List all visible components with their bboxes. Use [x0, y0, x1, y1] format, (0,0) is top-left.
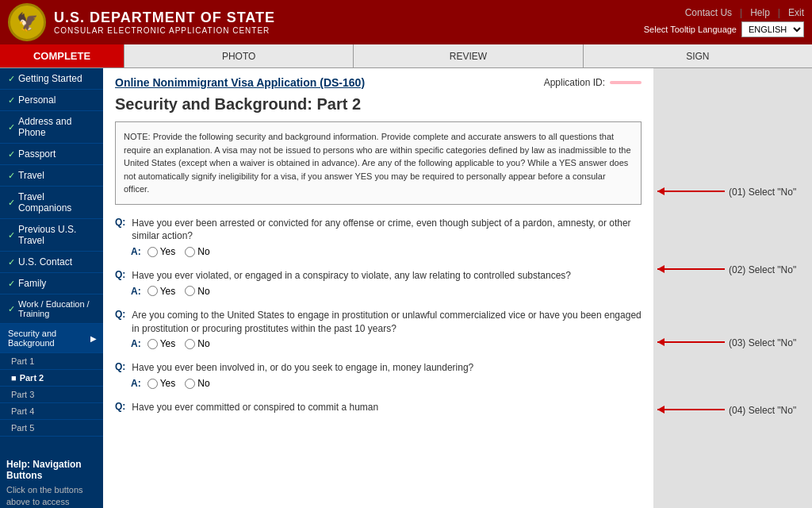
sidebar-item-passport[interactable]: ✓ Passport — [0, 144, 103, 165]
sidebar-sub-part5[interactable]: Part 5 — [0, 420, 103, 437]
help-section: Help: Navigation Buttons Click on the bu… — [0, 452, 103, 508]
q05-label: Q: — [115, 401, 125, 412]
q01-label: Q: — [115, 217, 125, 228]
sidebar-label: Travel — [18, 170, 44, 181]
sidebar-item-security[interactable]: Security and Background ▶ — [0, 324, 103, 353]
header: 🦅 U.S. DEPARTMENT OF STATE CONSULAR ELEC… — [0, 0, 812, 44]
sidebar-sub-part4[interactable]: Part 4 — [0, 403, 103, 420]
sidebar-sub-part1[interactable]: Part 1 — [0, 353, 103, 370]
bullet-icon: ■ — [11, 373, 17, 383]
q02-label: Q: — [115, 269, 125, 280]
q02-radio-group: Yes No — [147, 286, 210, 297]
page-title: Security and Background: Part 2 — [115, 95, 642, 114]
a03-label: A: — [131, 338, 141, 349]
language-select[interactable]: ENGLISH — [741, 21, 804, 37]
q01-radio-group: Yes No — [147, 246, 210, 257]
app-title: Online Nonimmigrant Visa Application (DS… — [115, 76, 365, 89]
sidebar-label: Passport — [18, 148, 56, 160]
q04-no[interactable]: No — [185, 378, 209, 389]
q04-label: Q: — [115, 361, 125, 372]
sidebar-item-family[interactable]: ✓ Family — [0, 273, 103, 294]
svg-marker-1 — [657, 187, 665, 195]
tab-complete[interactable]: COMPLETE — [0, 44, 124, 67]
q03-yes[interactable]: Yes — [147, 338, 176, 349]
help-title: Help: Navigation Buttons — [6, 459, 97, 481]
q01-no[interactable]: No — [185, 246, 209, 257]
question-02: Q: Have you ever violated, or engaged in… — [115, 269, 642, 297]
tab-photo[interactable]: PHOTO — [124, 44, 353, 67]
annotation-04-text: (04) Select "No" — [729, 405, 796, 416]
app-id-area: Application ID: — [544, 77, 642, 88]
q01-yes[interactable]: Yes — [147, 246, 176, 257]
header-title-block: U.S. DEPARTMENT OF STATE CONSULAR ELECTR… — [54, 10, 275, 35]
check-icon: ✓ — [8, 230, 15, 241]
contact-us-link[interactable]: Contact Us — [685, 7, 732, 18]
question-05-row: Q: Have you ever committed or conspired … — [115, 401, 642, 414]
sidebar-label: Getting Started — [18, 73, 82, 84]
q05-text: Have you ever committed or conspired to … — [132, 401, 642, 414]
sidebar-label: Previous U.S. Travel — [18, 224, 97, 246]
note-box: NOTE: Provide the following security and… — [115, 121, 642, 205]
tab-review[interactable]: REVIEW — [353, 44, 582, 67]
main-layout: ✓ Getting Started ✓ Personal ✓ Address a… — [0, 68, 812, 508]
sidebar-label: Family — [18, 278, 46, 289]
sidebar-sub-label: Part 3 — [11, 390, 34, 399]
q01-text: Have you ever been arrested or convicted… — [132, 217, 642, 244]
check-icon: ✓ — [8, 279, 15, 289]
question-03: Q: Are you coming to the United States t… — [115, 309, 642, 350]
sidebar: ✓ Getting Started ✓ Personal ✓ Address a… — [0, 68, 103, 508]
q04-yes[interactable]: Yes — [147, 378, 176, 389]
sidebar-sub-part2[interactable]: ■ Part 2 — [0, 370, 103, 387]
sidebar-item-work[interactable]: ✓ Work / Education / Training — [0, 294, 103, 324]
sidebar-sub-part3[interactable]: Part 3 — [0, 387, 103, 403]
header-right: Contact Us | Help | Exit Select Tooltip … — [644, 7, 804, 37]
sidebar-item-travel[interactable]: ✓ Travel — [0, 165, 103, 187]
svg-marker-7 — [657, 406, 665, 414]
sidebar-label: Travel Companions — [18, 191, 97, 214]
sidebar-item-previous-travel[interactable]: ✓ Previous U.S. Travel — [0, 219, 103, 252]
svg-marker-5 — [657, 338, 665, 346]
agency-name: CONSULAR ELECTRONIC APPLICATION CENTER — [54, 26, 275, 35]
annotations-panel: (01) Select "No" (02) Select "No" (03) S… — [653, 68, 812, 508]
sidebar-label: Personal — [18, 94, 56, 106]
sidebar-item-getting-started[interactable]: ✓ Getting Started — [0, 68, 103, 90]
q03-text: Are you coming to the United States to e… — [132, 309, 642, 336]
content-area: Online Nonimmigrant Visa Application (DS… — [103, 68, 653, 508]
check-icon: ✓ — [8, 74, 15, 84]
q04-radio-group: Yes No — [147, 378, 210, 389]
sidebar-item-us-contact[interactable]: ✓ U.S. Contact — [0, 252, 103, 273]
help-link[interactable]: Help — [750, 7, 770, 18]
a02-row: A: Yes No — [131, 286, 642, 297]
sidebar-sub-label: Part 1 — [11, 356, 34, 366]
sidebar-item-travel-companions[interactable]: ✓ Travel Companions — [0, 187, 103, 219]
check-icon: ✓ — [8, 149, 15, 160]
sidebar-label: U.S. Contact — [18, 256, 72, 267]
question-04-row: Q: Have you ever been involved in, or do… — [115, 361, 642, 375]
sidebar-sub-label: Part 5 — [11, 423, 34, 433]
q02-no[interactable]: No — [185, 286, 209, 297]
annotation-arrows: (01) Select "No" (02) Select "No" (03) S… — [653, 68, 812, 508]
check-icon: ✓ — [8, 257, 15, 267]
q02-yes[interactable]: Yes — [147, 286, 176, 297]
sidebar-label: Address and Phone — [18, 116, 97, 138]
seal-icon: 🦅 — [17, 12, 38, 33]
q03-no[interactable]: No — [185, 338, 209, 349]
check-icon: ✓ — [8, 95, 15, 106]
annotation-01-text: (01) Select "No" — [729, 187, 796, 198]
question-01-row: Q: Have you ever been arrested or convic… — [115, 217, 642, 244]
q03-label: Q: — [115, 309, 125, 320]
content-wrapper: Online Nonimmigrant Visa Application (DS… — [103, 68, 812, 508]
tab-sign[interactable]: SIGN — [583, 44, 812, 67]
exit-link[interactable]: Exit — [788, 7, 804, 18]
a04-label: A: — [131, 378, 141, 389]
q02-text: Have you ever violated, or engaged in a … — [132, 269, 642, 283]
department-name: U.S. DEPARTMENT OF STATE — [54, 10, 275, 26]
sidebar-item-address[interactable]: ✓ Address and Phone — [0, 111, 103, 144]
svg-marker-3 — [657, 265, 665, 273]
annotation-03-text: (03) Select "No" — [729, 337, 796, 348]
a01-label: A: — [131, 246, 141, 257]
sidebar-item-personal[interactable]: ✓ Personal — [0, 90, 103, 111]
tab-bar: COMPLETE PHOTO REVIEW SIGN — [0, 44, 812, 68]
question-04: Q: Have you ever been involved in, or do… — [115, 361, 642, 389]
header-links: Contact Us | Help | Exit — [685, 7, 804, 18]
